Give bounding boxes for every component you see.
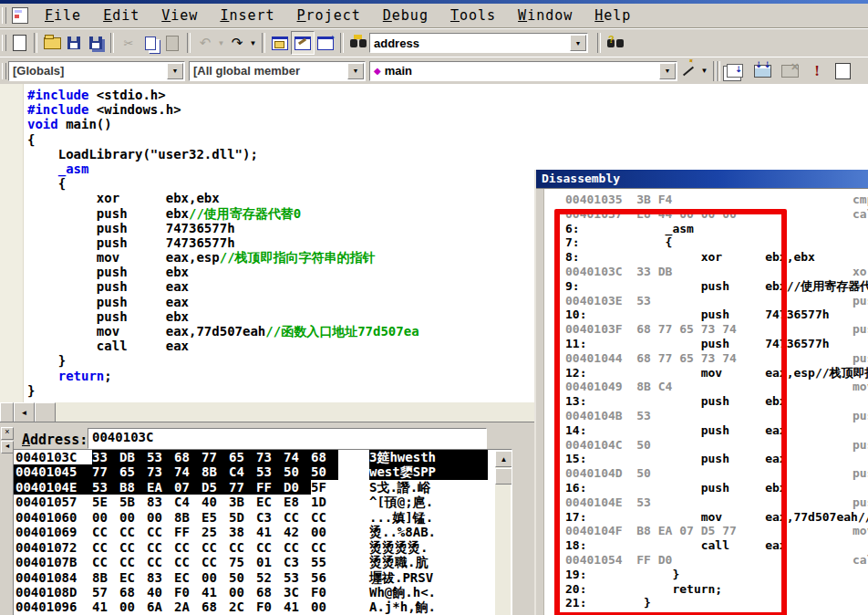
memory-window: × ◄ Address: 0040103C 0040103C33DB536877… bbox=[0, 422, 534, 615]
redo-button[interactable]: ↷ bbox=[226, 32, 248, 54]
memory-byte: 5E bbox=[92, 495, 119, 509]
memory-row[interactable]: 0040104E53B8EA07D577FFD05FS戈.譖.峪 bbox=[14, 480, 512, 495]
menu-view[interactable]: View bbox=[150, 5, 209, 26]
separator bbox=[597, 33, 601, 53]
scroll-left-icon: ◄ bbox=[21, 409, 28, 417]
workspace-window-button[interactable] bbox=[269, 32, 291, 54]
memory-byte: 83 bbox=[147, 495, 174, 509]
function-combo-dropdown[interactable]: ▼ bbox=[659, 63, 676, 79]
menu-tools[interactable]: Tools bbox=[439, 5, 507, 26]
globals-combobox[interactable]: [Globals] ▼ bbox=[8, 61, 185, 81]
new-file-button[interactable] bbox=[8, 32, 30, 54]
paste-button[interactable] bbox=[161, 32, 183, 54]
scrollbar-thumb[interactable] bbox=[495, 468, 512, 485]
menu-project[interactable]: Project bbox=[286, 5, 372, 26]
code-line: void main() bbox=[27, 117, 419, 131]
go-button[interactable] bbox=[832, 60, 853, 82]
document-icon[interactable] bbox=[12, 7, 28, 24]
copy-button[interactable] bbox=[140, 32, 161, 54]
memory-byte: 65 bbox=[229, 450, 256, 464]
memory-close-button[interactable]: × bbox=[1, 427, 14, 440]
code-line: } bbox=[27, 353, 419, 368]
memory-row[interactable]: 0040109641006A2A682CF04100A.j*h,餉. bbox=[14, 599, 512, 614]
memory-address-input[interactable]: 0040103C bbox=[88, 428, 487, 449]
memory-collapse-button[interactable]: ◄ bbox=[1, 441, 14, 453]
build-button[interactable]: ⇣⇣ bbox=[751, 60, 773, 82]
menu-help[interactable]: Help bbox=[584, 5, 642, 26]
menu-debug[interactable]: Debug bbox=[372, 5, 439, 26]
find-in-files-button[interactable] bbox=[347, 32, 369, 54]
memory-byte: 41 bbox=[202, 585, 229, 599]
memory-row[interactable]: 00401072CCCCCCCCCCCCCCCCCC烫烫烫烫. bbox=[14, 540, 512, 555]
code-line: { bbox=[27, 176, 419, 191]
scroll-left-button[interactable]: ◄ bbox=[14, 402, 35, 423]
separator bbox=[717, 61, 720, 81]
memory-byte: 50 bbox=[284, 464, 311, 479]
memory-byte: 83 bbox=[147, 570, 174, 585]
toolbar1-gripper[interactable] bbox=[2, 35, 6, 51]
members-combo-dropdown[interactable]: ▼ bbox=[347, 63, 364, 79]
scroll-up-button[interactable]: ▲ bbox=[495, 451, 512, 467]
memory-byte: 00 bbox=[229, 585, 256, 599]
memory-byte: EC bbox=[256, 495, 284, 509]
wizard-action-dropdown[interactable]: ▼ bbox=[699, 67, 709, 75]
code-line: #include <windows.h> bbox=[27, 102, 419, 117]
memory-ascii: 壥祓.PRSV bbox=[369, 570, 488, 585]
code-lines: #include <stdio.h>#include <windows.h>vo… bbox=[27, 88, 419, 398]
memory-row[interactable]: 00401069CCCCCCFF2538414200烫..%8AB. bbox=[14, 525, 512, 539]
cut-button[interactable]: ✂ bbox=[118, 32, 140, 54]
memory-row[interactable]: 00401045776573748BC4535050west嬃SPP bbox=[14, 464, 512, 479]
memory-row[interactable]: 0040108D576840F04100683CF0Wh@餉.h<. bbox=[14, 585, 512, 599]
memory-byte: 68 bbox=[119, 585, 147, 599]
memory-byte: E5 bbox=[202, 510, 229, 525]
scrollbar-thumb[interactable] bbox=[35, 402, 56, 423]
search-help-button[interactable]: ? bbox=[604, 32, 626, 54]
memory-byte: 41 bbox=[256, 525, 284, 539]
compile-button[interactable]: ⇣ bbox=[724, 60, 746, 82]
disassembly-titlebar[interactable]: Disassembly bbox=[536, 170, 868, 188]
memory-byte: 07 bbox=[174, 480, 202, 495]
execute-program-button[interactable]: ! bbox=[806, 60, 828, 82]
menu-edit[interactable]: Edit bbox=[92, 5, 150, 26]
memory-byte: 75 bbox=[229, 555, 256, 569]
splitter-box[interactable] bbox=[0, 402, 14, 423]
cascade-windows-button[interactable]: ✦ bbox=[315, 32, 336, 54]
undo-button[interactable]: ↶ bbox=[194, 32, 216, 54]
memory-byte: EC bbox=[119, 570, 147, 585]
memory-row[interactable]: 0040107BCCCCCCCCCC7501C355烫烫職.肮 bbox=[14, 555, 512, 569]
memory-row[interactable]: 0040103C33DB536877657374683筵hwesth bbox=[14, 450, 512, 464]
separator bbox=[187, 33, 191, 53]
memory-vertical-scrollbar[interactable]: ▲ bbox=[495, 451, 511, 615]
memory-rows: 0040103C33DB536877657374683筵hwesth004010… bbox=[14, 450, 512, 615]
memory-row[interactable]: 004010600000008BE55DC3CCCC...嫃]锰. bbox=[14, 510, 512, 525]
save-all-button[interactable] bbox=[85, 32, 107, 54]
stop-build-button[interactable]: ✕ bbox=[779, 60, 801, 82]
menu-window[interactable]: Window bbox=[507, 5, 584, 26]
output-window-button[interactable] bbox=[291, 31, 315, 55]
address-combobox[interactable]: address ▼ bbox=[369, 33, 588, 53]
cut-icon: ✂ bbox=[124, 36, 134, 50]
memory-grid[interactable]: 0040103C33DB536877657374683筵hwesth004010… bbox=[13, 449, 512, 615]
save-button[interactable] bbox=[63, 32, 85, 54]
members-combobox[interactable]: [All global member ▼ bbox=[189, 61, 366, 81]
redo-icon: ↷ bbox=[232, 35, 243, 51]
disasm-clipped-mnemonic: pus bbox=[852, 294, 868, 308]
globals-combo-dropdown[interactable]: ▼ bbox=[167, 63, 183, 79]
execute-program-icon: ! bbox=[814, 62, 820, 80]
redo-dropdown[interactable]: ▼ bbox=[248, 39, 258, 47]
memory-row[interactable]: 004010575E5B83C4403BECE81D^[頇@;扈. bbox=[14, 495, 512, 509]
memory-ascii: west嬃SPP bbox=[369, 464, 488, 479]
code-line: _asm bbox=[27, 162, 419, 176]
editor-horizontal-scrollbar[interactable]: ◄ bbox=[0, 402, 534, 422]
menu-file[interactable]: File bbox=[34, 5, 92, 26]
menubar-gripper[interactable] bbox=[2, 7, 6, 24]
wizard-action-button[interactable] bbox=[677, 60, 699, 82]
memory-row[interactable]: 004010848BEC83EC0050525356壥祓.PRSV bbox=[14, 570, 512, 585]
address-combo-dropdown[interactable]: ▼ bbox=[570, 35, 586, 51]
editor-selection-margin[interactable] bbox=[0, 84, 24, 402]
undo-dropdown[interactable]: ▼ bbox=[216, 39, 226, 47]
toolbar2-gripper[interactable] bbox=[2, 63, 6, 79]
function-combobox[interactable]: ◆ main ▼ bbox=[369, 61, 677, 81]
open-button[interactable] bbox=[41, 32, 63, 54]
menu-insert[interactable]: Insert bbox=[209, 5, 285, 26]
